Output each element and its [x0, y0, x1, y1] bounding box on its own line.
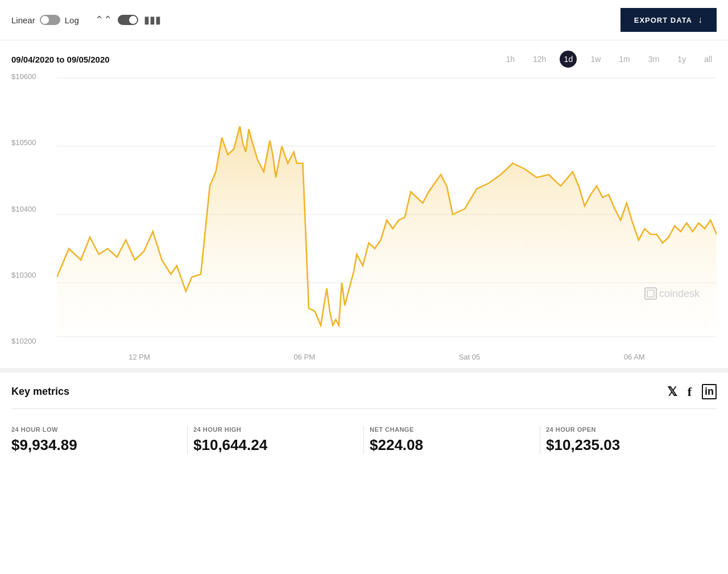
twitter-icon[interactable]: 𝕏: [667, 385, 677, 399]
metric-24h-high: 24 HOUR HIGH $10,644.24: [188, 426, 364, 454]
chart-svg: coindesk: [57, 72, 717, 345]
metric-net-change: NET CHANGE $224.08: [364, 426, 540, 454]
filter-all[interactable]: all: [700, 52, 717, 66]
metric-24h-high-value: $10,644.24: [193, 436, 358, 454]
linear-label: Linear: [11, 15, 35, 25]
filter-1y[interactable]: 1y: [673, 52, 690, 66]
filter-1m[interactable]: 1m: [614, 52, 634, 66]
chart-container: $10600 $10500 $10400 $10300 $10200: [0, 72, 728, 368]
y-label-10400: $10400: [11, 205, 57, 213]
metric-net-change-label: NET CHANGE: [370, 426, 534, 433]
metric-24h-low-label: 24 HOUR LOW: [11, 426, 181, 433]
y-label-10500: $10500: [11, 138, 57, 147]
line-chart-icon[interactable]: ⌃⌃: [95, 14, 112, 26]
date-range: 09/04/2020 to 09/05/2020: [11, 55, 110, 64]
metrics-divider: [11, 408, 717, 409]
export-button[interactable]: EXPORT DATA ↓: [621, 8, 717, 32]
time-filter-group: 1h 12h 1d 1w 1m 3m 1y all: [501, 51, 717, 68]
x-label-sat05: Sat 05: [459, 353, 481, 361]
linear-log-toggle[interactable]: [40, 15, 60, 25]
section-divider: [0, 368, 728, 373]
y-label-10600: $10600: [11, 72, 57, 81]
filter-1h[interactable]: 1h: [501, 52, 519, 66]
metric-24h-low-value: $9,934.89: [11, 436, 181, 454]
x-label-06pm: 06 PM: [293, 353, 315, 361]
scale-toggle[interactable]: Linear Log: [11, 15, 79, 25]
x-axis: 12 PM 06 PM Sat 05 06 AM: [57, 345, 717, 368]
key-metrics-title: Key metrics: [11, 386, 69, 398]
metric-24h-high-label: 24 HOUR HIGH: [193, 426, 358, 433]
filter-3m[interactable]: 3m: [644, 52, 664, 66]
filter-1d[interactable]: 1d: [560, 51, 577, 68]
svg-rect-5: [645, 288, 656, 299]
chart-area: $10600 $10500 $10400 $10300 $10200: [11, 72, 717, 368]
key-metrics-header: Key metrics 𝕏 f in: [11, 384, 717, 399]
x-label-06am: 06 AM: [624, 353, 645, 361]
metric-24h-open-value: $10,235.03: [546, 436, 711, 454]
x-label-12pm: 12 PM: [129, 353, 150, 361]
chart-type-toggle[interactable]: [118, 15, 138, 25]
facebook-icon[interactable]: f: [688, 385, 692, 399]
metric-net-change-value: $224.08: [370, 436, 534, 454]
log-label: Log: [65, 15, 79, 25]
filter-12h[interactable]: 12h: [528, 52, 551, 66]
metric-24h-open-label: 24 HOUR OPEN: [546, 426, 711, 433]
linkedin-icon[interactable]: in: [702, 384, 717, 399]
date-from: 09/04/2020: [11, 55, 54, 64]
coindesk-watermark: coindesk: [644, 287, 700, 300]
toolbar-left: Linear Log ⌃⌃ ▮▮▮: [11, 14, 161, 26]
export-label: EXPORT DATA: [634, 16, 692, 24]
metrics-grid: 24 HOUR LOW $9,934.89 24 HOUR HIGH $10,6…: [11, 420, 717, 460]
filter-1w[interactable]: 1w: [586, 52, 605, 66]
y-label-10200: $10200: [11, 337, 57, 345]
date-to: 09/05/2020: [67, 55, 110, 64]
chart-type-group: ⌃⌃ ▮▮▮: [95, 14, 161, 26]
social-icons: 𝕏 f in: [667, 384, 717, 399]
y-axis: $10600 $10500 $10400 $10300 $10200: [11, 72, 57, 345]
svg-rect-6: [647, 290, 654, 297]
metric-24h-open: 24 HOUR OPEN $10,235.03: [540, 426, 717, 454]
watermark-text: coindesk: [659, 288, 700, 300]
key-metrics-section: Key metrics 𝕏 f in 24 HOUR LOW $9,934.89…: [0, 373, 728, 465]
metric-24h-low: 24 HOUR LOW $9,934.89: [11, 426, 188, 454]
date-range-row: 09/04/2020 to 09/05/2020 1h 12h 1d 1w 1m…: [0, 40, 728, 72]
y-label-10300: $10300: [11, 271, 57, 279]
bar-chart-icon[interactable]: ▮▮▮: [144, 14, 161, 26]
date-separator: to: [56, 55, 67, 64]
top-bar: Linear Log ⌃⌃ ▮▮▮ EXPORT DATA ↓: [0, 0, 728, 40]
download-icon: ↓: [698, 15, 703, 25]
